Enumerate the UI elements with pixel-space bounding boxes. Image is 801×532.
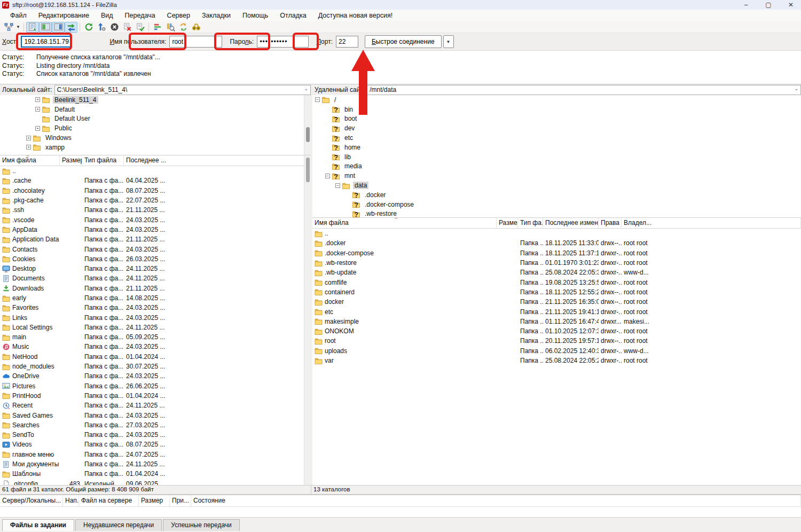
tree-item[interactable]: Default User — [0, 114, 311, 124]
file-row[interactable]: Saved GamesПапка с фа...24.03.2025 ... — [0, 410, 311, 420]
collapse-icon[interactable]: − — [335, 183, 340, 188]
column-header[interactable]: Права — [599, 218, 622, 228]
tree-item[interactable]: +Windows — [0, 133, 311, 143]
column-header[interactable]: Нап... — [63, 495, 79, 506]
file-row[interactable]: .cacheПапка с фа...04.04.2025 ... — [0, 176, 311, 185]
file-row[interactable]: PrintHoodПапка с фа...01.04.2024 ... — [0, 391, 311, 401]
tree-item[interactable]: ?media — [312, 162, 801, 171]
column-header[interactable]: Размер — [139, 495, 170, 506]
file-row[interactable]: RecentПапка с фа...24.11.2025 ... — [0, 401, 311, 410]
file-row[interactable]: .sshПапка с фа...21.11.2025 ... — [0, 205, 311, 215]
menu-item-6[interactable]: Помощь — [237, 11, 274, 20]
file-row[interactable]: ШаблоныПапка с фа...01.04.2024 ... — [0, 469, 311, 479]
column-header[interactable]: Размер — [60, 155, 82, 166]
file-row[interactable]: Local SettingsПапка с фа...24.11.2025 ..… — [0, 323, 311, 332]
file-row[interactable]: makesimpleПапка ...01.11.2025 16:47:47dr… — [312, 317, 801, 326]
remote-tree-toggle-icon[interactable] — [52, 22, 65, 33]
tree-item[interactable]: ?dev — [312, 123, 801, 133]
tree-item[interactable]: −?mnt — [312, 171, 801, 181]
file-row[interactable]: dockerПапка ...21.11.2025 16:35:03drwx--… — [312, 297, 801, 307]
file-row[interactable]: uploadsПапка ...06.02.2025 12:40:31drwxr… — [312, 346, 801, 356]
file-row[interactable]: .wb-updateПапка ...25.08.2024 22:05:32dr… — [312, 268, 801, 277]
local-list-scrollbar[interactable] — [304, 155, 311, 485]
tree-item[interactable]: ?bin — [312, 105, 801, 114]
file-row[interactable]: VideosПапка с фа...08.07.2025 ... — [0, 440, 311, 449]
file-row[interactable]: .. — [0, 166, 311, 176]
file-row[interactable]: rootПапка ...20.11.2025 19:57:19drwx--..… — [312, 336, 801, 346]
quickconnect-button[interactable]: Быстрое соединение — [365, 35, 442, 48]
file-row[interactable]: comflifeПапка ...19.08.2025 13:25:54drwx… — [312, 277, 801, 287]
tree-item[interactable]: −/ — [312, 95, 801, 105]
filter-icon[interactable] — [151, 22, 164, 33]
file-row[interactable]: DesktopПапка с фа...24.11.2025 ... — [0, 264, 311, 273]
file-row[interactable]: mainПапка с фа...05.09.2025 ... — [0, 332, 311, 342]
chevron-down-icon[interactable]: ⌄ — [794, 86, 798, 91]
file-row[interactable]: Application DataПапка с фа...21.11.2025 … — [0, 234, 311, 244]
reconnect-icon[interactable] — [134, 22, 146, 33]
file-row[interactable]: .wb-restoreПапка ...01.01.1970 3:01:23dr… — [312, 258, 801, 268]
file-row[interactable]: ContactsПапка с фа...24.03.2025 ... — [0, 244, 311, 254]
tree-item[interactable]: ?.docker-compose — [312, 200, 801, 209]
file-row[interactable]: MusicПапка с фа...24.03.2025 ... — [0, 342, 311, 351]
queue-toggle-icon[interactable] — [65, 22, 77, 33]
file-row[interactable]: OneDriveПапка с фа...24.03.2025 ... — [0, 371, 311, 381]
column-header[interactable]: Имя файла — [0, 155, 60, 166]
tree-item[interactable]: ?lib — [312, 152, 801, 162]
menu-item-2[interactable]: Вид — [95, 11, 119, 20]
host-input[interactable] — [21, 36, 72, 48]
tree-item[interactable]: ?home — [312, 143, 801, 152]
tree-item[interactable]: ?.docker — [312, 190, 801, 200]
tree-item[interactable]: −data — [312, 181, 801, 190]
menu-item-4[interactable]: Сервер — [161, 11, 196, 20]
menu-item-7[interactable]: Отладка — [274, 11, 312, 20]
maximize-button[interactable]: ▢ — [765, 1, 772, 9]
file-row[interactable]: LinksПапка с фа...24.03.2025 ... — [0, 312, 311, 322]
tab-0[interactable]: Файлы в задании — [2, 519, 74, 531]
expand-icon[interactable]: + — [35, 126, 40, 131]
file-row[interactable]: etcПапка ...21.11.2025 19:41:12drwxr-...… — [312, 307, 801, 316]
file-row[interactable]: .chocolateyПапка с фа...08.07.2025 ... — [0, 186, 311, 195]
column-header[interactable]: Состояние — [191, 495, 801, 506]
menu-item-8[interactable]: Доступна новая версия! — [312, 11, 398, 20]
collapse-icon[interactable]: − — [325, 174, 330, 178]
password-input[interactable] — [257, 36, 309, 48]
tree-item[interactable]: ?etc — [312, 133, 801, 143]
column-header[interactable]: Владел... — [622, 218, 801, 228]
remote-path-combobox[interactable]: /mnt/data ⌄ — [367, 85, 801, 95]
file-row[interactable]: .gitconfig483Исходный ...09.06.2025 ... — [0, 479, 311, 486]
tree-item[interactable]: +xampp — [0, 143, 311, 152]
expand-icon[interactable]: + — [35, 107, 40, 112]
column-header[interactable]: Тип фа... — [518, 218, 543, 228]
close-button[interactable]: ✕ — [787, 1, 795, 9]
file-row[interactable]: .vscodeПапка с фа...24.03.2025 ... — [0, 215, 311, 224]
file-row[interactable]: .. — [312, 229, 801, 238]
file-row[interactable]: earlyПапка с фа...14.08.2025 ... — [0, 293, 311, 303]
file-row[interactable]: .pkg-cacheПапка с фа...22.07.2025 ... — [0, 195, 311, 205]
username-input[interactable] — [169, 36, 222, 48]
tab-2[interactable]: Успешные передачи — [163, 519, 240, 531]
tree-item[interactable]: +Public — [0, 123, 311, 133]
menu-item-5[interactable]: Закладки — [196, 11, 237, 20]
column-header[interactable]: Имя файла — [312, 218, 497, 228]
site-manager-icon[interactable] — [2, 22, 15, 33]
menu-item-0[interactable]: Файл — [4, 11, 33, 20]
file-row[interactable]: ONOKOMПапка ...01.10.2025 12:07:35drwxr-… — [312, 326, 801, 336]
scrollbar-thumb[interactable] — [306, 127, 310, 142]
disconnect-icon[interactable] — [121, 22, 134, 33]
file-row[interactable]: .docker-composeПапка ...18.11.2025 11:37… — [312, 248, 801, 258]
file-row[interactable]: varПапка ...25.08.2024 22:05:21drwxr-...… — [312, 356, 801, 365]
expand-icon[interactable]: + — [26, 136, 31, 140]
compare-icon[interactable] — [164, 22, 177, 33]
file-row[interactable]: главное менюПапка с фа...24.07.2025 ... — [0, 450, 311, 459]
file-row[interactable]: DownloadsПапка с фа...21.11.2025 ... — [0, 284, 311, 293]
local-path-combobox[interactable]: C:\Users\Beelink_511_4\ ⌄ — [54, 85, 311, 95]
log-toggle-icon[interactable] — [26, 22, 39, 33]
file-row[interactable]: FavoritesПапка с фа...24.03.2025 ... — [0, 303, 311, 312]
column-header[interactable]: Файл на сервере — [79, 495, 139, 506]
column-header[interactable]: Тип файла — [82, 155, 124, 166]
site-manager-dropdown-icon[interactable]: ▼ — [15, 22, 21, 33]
synchronized-browsing-icon[interactable] — [177, 22, 190, 33]
file-row[interactable]: CookiesПапка с фа...26.03.2025 ... — [0, 254, 311, 264]
file-row[interactable]: Мои документыПапка с фа...24.11.2025 ... — [0, 459, 311, 469]
collapse-icon[interactable]: − — [315, 97, 320, 102]
